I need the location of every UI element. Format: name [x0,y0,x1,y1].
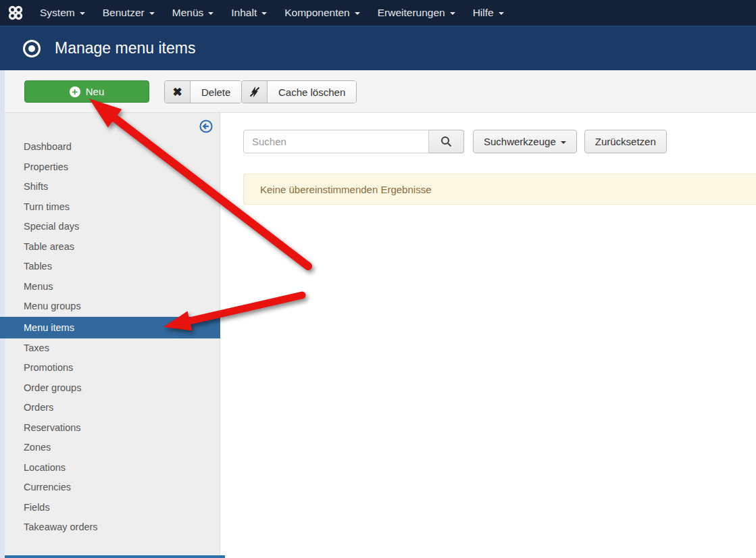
sidebar-item-label: Locations [24,462,66,473]
topbar-menu-item[interactable]: Menüs [163,0,223,26]
clear-cache-button[interactable]: Cache löschen [241,80,357,103]
sidebar-item[interactable]: Special days [5,217,220,237]
left-accent-strip [0,70,5,558]
admin-top-bar: System Benutzer Menüs Inhalt [0,0,756,26]
sidebar-item[interactable]: Tables [5,257,220,277]
search-icon [440,136,452,147]
joomla-logo-icon[interactable] [0,5,31,20]
delete-button[interactable]: ✖ Delete [164,80,242,103]
sidebar-item-label: Orders [24,402,53,413]
no-results-alert: Keine übereinstimmenden Ergebnisse [243,174,756,205]
topbar-menu-label: System [40,7,75,19]
sidebar-item[interactable]: Locations [5,458,220,478]
chevron-down-icon [149,12,155,15]
topbar-menu-item[interactable]: Erweiterungen [369,0,464,26]
topbar-menu-item[interactable]: Benutzer [94,0,163,26]
sidebar-item[interactable]: Zones [5,438,220,458]
sidebar-item[interactable]: Reservations [5,418,220,438]
topbar-menu-label: Menüs [172,7,204,19]
chevron-down-icon [208,12,213,15]
sidebar-item-label: Shifts [24,181,48,192]
sidebar-item-label: Table areas [24,241,74,252]
menu-items-target-icon [23,40,41,57]
new-button[interactable]: + Neu [24,80,149,103]
search-tools-label: Suchwerkzeuge [484,136,556,147]
sidebar-item[interactable]: Taxes [5,338,220,359]
sidebar-item[interactable]: Takeaway orders [5,517,220,538]
plus-circle-icon: + [70,86,80,97]
sidebar-item-label: Turn times [24,201,70,212]
sidebar-nav: Dashboard Properties Shifts Turn times S… [5,137,220,538]
topbar-menu-item[interactable]: Inhalt [222,0,276,26]
sidebar-item-label: Order groups [24,382,81,393]
sidebar-item-label: Tables [24,261,52,272]
clear-cache-button-label: Cache löschen [268,81,356,103]
sidebar-item[interactable]: Menu items [0,317,220,338]
page-header: Manage menu items [0,26,756,70]
chevron-down-icon [80,12,85,15]
sidebar-item-label: Dashboard [24,141,72,152]
page-title: Manage menu items [55,39,195,57]
joomla-admin-page: System Benutzer Menüs Inhalt [0,0,756,558]
sidebar-item-label: Promotions [24,362,73,373]
sidebar-item-label: Taxes [24,343,49,353]
sidebar-footer-bar [5,555,225,558]
topbar-menu: System Benutzer Menüs Inhalt [31,0,513,26]
topbar-menu-label: Benutzer [103,7,145,19]
sidebar-item-label: Menu groups [24,301,81,311]
sidebar-item[interactable]: Properties [5,157,220,178]
sidebar-item-label: Zones [24,442,51,453]
search-input[interactable] [243,130,429,153]
topbar-menu-label: Inhalt [231,7,257,19]
new-button-label: Neu [86,86,105,97]
sidebar-item[interactable]: Order groups [5,378,220,399]
toolbar: + Neu ✖ Delete Cache löschen [5,70,756,113]
sidebar-item-label: Takeaway orders [24,522,98,532]
sidebar-item[interactable]: Dashboard [5,137,220,157]
topbar-menu-item[interactable]: Hilfe [464,0,513,26]
reset-button-label: Zurücksetzen [595,136,656,147]
sidebar-item-label: Properties [24,161,68,172]
chevron-down-icon [355,12,360,15]
topbar-menu-item[interactable]: System [31,0,94,26]
delete-x-icon: ✖ [165,81,191,103]
sidebar-item[interactable]: Promotions [5,358,220,378]
sidebar-item-label: Menus [24,281,53,292]
topbar-menu-label: Erweiterungen [378,7,445,19]
flash-off-icon [242,81,268,103]
search-group [243,130,464,153]
sidebar-item[interactable]: Menu groups [5,297,220,317]
sidebar-item[interactable]: Table areas [5,237,220,257]
chevron-down-icon [499,12,504,15]
reset-button[interactable]: Zurücksetzen [584,130,667,153]
sidebar-item[interactable]: Orders [5,398,220,418]
sidebar-item[interactable]: Menus [5,277,220,297]
sidebar-item-label: Reservations [24,422,81,433]
sidebar-item[interactable]: Shifts [5,177,220,197]
chevron-down-icon [450,12,455,15]
sidebar-item[interactable]: Currencies [5,478,220,498]
sidebar-item-label: Fields [24,502,50,513]
sidebar-item-label: Menu items [24,322,74,333]
no-results-alert-text: Keine übereinstimmenden Ergebnisse [260,184,431,195]
chevron-down-icon [561,141,566,144]
sidebar-item[interactable]: Fields [5,498,220,518]
search-button[interactable] [429,130,464,153]
sidebar-item[interactable]: Turn times [5,197,220,218]
delete-button-label: Delete [191,81,241,103]
search-tools-button[interactable]: Suchwerkzeuge [473,130,577,153]
chevron-down-icon [261,12,267,15]
topbar-menu-item[interactable]: Komponenten [276,0,369,26]
sidebar-item-label: Special days [24,221,79,232]
sidebar-collapse-icon[interactable] [199,120,213,133]
sidebar-item-label: Currencies [24,482,71,492]
topbar-menu-label: Hilfe [473,7,494,19]
topbar-menu-label: Komponenten [284,7,350,19]
filter-bar: Suchwerkzeuge Zurücksetzen [243,130,667,153]
sidebar: Dashboard Properties Shifts Turn times S… [5,113,220,558]
